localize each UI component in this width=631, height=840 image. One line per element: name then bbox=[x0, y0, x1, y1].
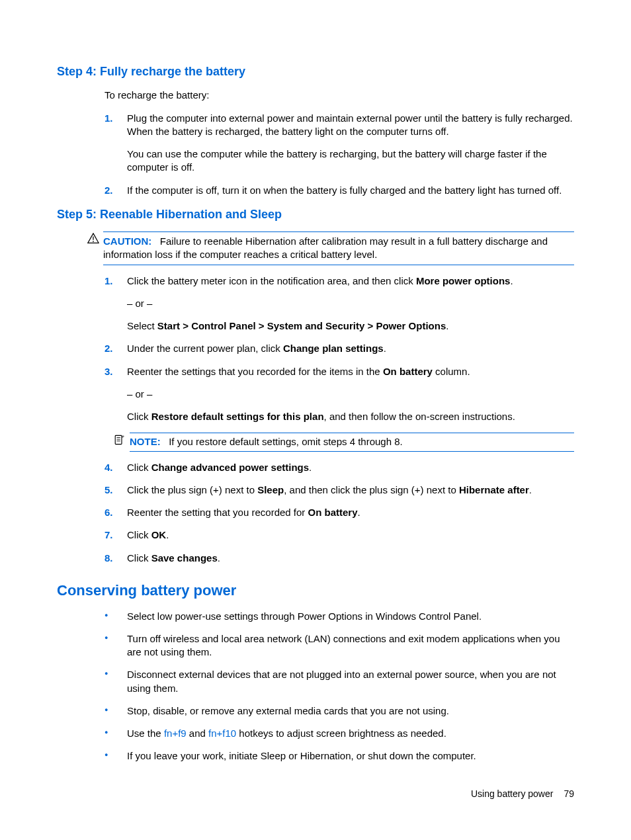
list-item: Use the fn+f9 and fn+f10 hotkeys to adju… bbox=[105, 727, 574, 740]
note-label: NOTE: bbox=[130, 436, 161, 447]
list-number: 6. bbox=[105, 506, 113, 519]
page-footer: Using battery power79 bbox=[471, 788, 574, 800]
body-text: If the computer is off, turn it on when … bbox=[127, 184, 574, 197]
caution-icon bbox=[87, 233, 99, 243]
step5-item-6: 6. Reenter the setting that you recorded… bbox=[105, 506, 574, 519]
list-number: 2. bbox=[105, 342, 113, 355]
caution-label: CAUTION: bbox=[103, 235, 151, 247]
step5-item-8: 8. Click Save changes. bbox=[105, 552, 574, 565]
list-number: 1. bbox=[105, 112, 113, 125]
step4-list: 1. Plug the computer into external power… bbox=[105, 112, 574, 197]
step4-item-2: 2. If the computer is off, turn it on wh… bbox=[105, 184, 574, 197]
svg-rect-2 bbox=[115, 436, 122, 444]
body-text: You can use the computer while the batte… bbox=[127, 147, 574, 175]
list-item: Select low power-use settings through Po… bbox=[105, 610, 574, 623]
step5-item-4: 4. Click Change advanced power settings. bbox=[105, 461, 574, 474]
hotkey: fn+f9 bbox=[164, 728, 187, 739]
conserving-list: Select low power-use settings through Po… bbox=[105, 610, 574, 763]
step5-item-5: 5. Click the plus sign (+) next to Sleep… bbox=[105, 483, 574, 497]
step5-item-2: 2. Under the current power plan, click C… bbox=[105, 342, 574, 355]
or-text: – or – bbox=[127, 297, 574, 310]
list-number: 2. bbox=[105, 184, 113, 197]
list-number: 5. bbox=[105, 483, 113, 497]
list-item: Turn off wireless and local area network… bbox=[105, 632, 574, 659]
list-number: 1. bbox=[105, 274, 113, 288]
body-text: Reenter the settings that you recorded f… bbox=[127, 365, 574, 378]
body-text: Click Change advanced power settings. bbox=[127, 461, 574, 474]
body-text: Plug the computer into external power an… bbox=[127, 112, 574, 139]
footer-section: Using battery power bbox=[471, 788, 554, 799]
caution-text: Failure to reenable Hibernation after ca… bbox=[103, 235, 548, 260]
note-callout: NOTE: If you restore default settings, o… bbox=[114, 433, 574, 451]
body-text: Reenter the setting that you recorded fo… bbox=[127, 506, 574, 519]
page-number: 79 bbox=[564, 788, 574, 799]
body-text: Click the plus sign (+) next to Sleep, a… bbox=[127, 483, 574, 497]
step5-list-cont: 4. Click Change advanced power settings.… bbox=[105, 461, 574, 565]
list-item: Stop, disable, or remove any external me… bbox=[105, 704, 574, 718]
step5-item-7: 7. Click OK. bbox=[105, 528, 574, 542]
body-text: Under the current power plan, click Chan… bbox=[127, 342, 574, 355]
note-icon bbox=[114, 435, 124, 445]
list-item: Disconnect external devices that are not… bbox=[105, 668, 574, 695]
step4-heading: Step 4: Fully recharge the battery bbox=[57, 63, 574, 79]
conserving-heading: Conserving battery power bbox=[57, 581, 574, 601]
list-item: If you leave your work, initiate Sleep o… bbox=[105, 749, 574, 763]
document-page: Step 4: Fully recharge the battery To re… bbox=[0, 0, 631, 840]
list-number: 3. bbox=[105, 365, 113, 378]
body-text: Click Restore default settings for this … bbox=[127, 410, 574, 423]
note-body: NOTE: If you restore default settings, o… bbox=[130, 433, 574, 451]
or-text: – or – bbox=[127, 388, 574, 401]
step5-heading: Step 5: Reenable Hibernation and Sleep bbox=[57, 206, 574, 222]
note-text: If you restore default settings, omit st… bbox=[169, 436, 403, 447]
list-number: 7. bbox=[105, 528, 113, 542]
step4-item-1: 1. Plug the computer into external power… bbox=[105, 112, 574, 175]
list-number: 4. bbox=[105, 461, 113, 474]
list-number: 8. bbox=[105, 552, 113, 565]
body-text: Click Save changes. bbox=[127, 552, 574, 565]
step5-item-1: 1. Click the battery meter icon in the n… bbox=[105, 274, 574, 333]
svg-point-1 bbox=[93, 241, 94, 242]
step4-intro: To recharge the battery: bbox=[105, 89, 574, 102]
step5-item-3: 3. Reenter the settings that you recorde… bbox=[105, 365, 574, 424]
body-text: Click OK. bbox=[127, 528, 574, 542]
caution-callout: CAUTION: Failure to reenable Hibernation… bbox=[87, 231, 574, 265]
body-text: Click the battery meter icon in the noti… bbox=[127, 274, 574, 288]
caution-body: CAUTION: Failure to reenable Hibernation… bbox=[103, 231, 574, 265]
hotkey: fn+f10 bbox=[208, 728, 236, 739]
step5-list: 1. Click the battery meter icon in the n… bbox=[105, 274, 574, 424]
body-text: Select Start > Control Panel > System an… bbox=[127, 319, 574, 333]
